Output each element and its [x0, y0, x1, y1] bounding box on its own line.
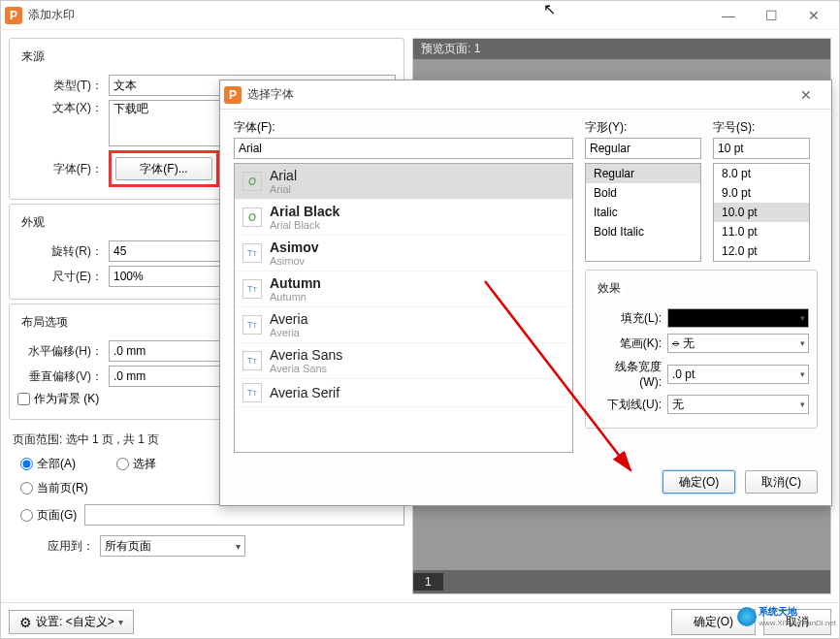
- preview-header: 预览页面: 1: [413, 39, 830, 59]
- dialog-cancel-button[interactable]: 取消(C): [745, 470, 818, 494]
- main-title: 添加水印: [28, 7, 707, 23]
- style-item[interactable]: Bold Italic: [586, 222, 700, 241]
- dialog-title: 选择字体: [247, 86, 785, 103]
- radio-pages[interactable]: [20, 509, 33, 522]
- size-item[interactable]: 10.0 pt: [714, 203, 809, 222]
- gear-icon: ⚙: [19, 615, 32, 630]
- dialog-close-button[interactable]: ✕: [785, 80, 827, 110]
- dialog-ok-button[interactable]: 确定(O): [662, 470, 735, 494]
- font-label: 字体(F)：: [17, 161, 103, 177]
- font-button[interactable]: 字体(F)...: [115, 157, 212, 180]
- size-item[interactable]: 8.0 pt: [714, 164, 809, 183]
- pages-input[interactable]: [84, 504, 404, 526]
- font-item[interactable]: OArial BlackArial Black: [235, 200, 572, 236]
- radio-select[interactable]: [116, 458, 129, 470]
- size-item[interactable]: 12.0 pt: [714, 241, 809, 261]
- watermark-logo: 系统天地 www.XiTongTianDi.net: [737, 605, 836, 627]
- font-item[interactable]: TTAveria Serif: [235, 379, 572, 407]
- page-number[interactable]: 1: [413, 573, 443, 591]
- main-titlebar: P 添加水印 — ☐ ✕: [1, 1, 839, 30]
- size-input[interactable]: [713, 138, 810, 159]
- app-icon: P: [5, 7, 22, 24]
- as-background-checkbox[interactable]: [17, 393, 30, 405]
- size-item[interactable]: 11.0 pt: [714, 222, 809, 241]
- globe-icon: [737, 607, 757, 626]
- size-item[interactable]: 9.0 pt: [714, 183, 809, 203]
- font-item[interactable]: OArialArial: [235, 164, 572, 200]
- font-item[interactable]: TTAveria SansAveria Sans: [235, 343, 572, 379]
- font-list[interactable]: OArialArialOArial BlackArial BlackTTAsim…: [234, 163, 573, 453]
- underline-select[interactable]: 无: [667, 395, 809, 414]
- style-item[interactable]: Italic: [586, 203, 700, 222]
- type-label: 类型(T)：: [17, 78, 103, 94]
- font-item[interactable]: TTAveriaAveria: [235, 307, 572, 343]
- bottom-bar: ⚙ 设置: <自定义> ▾ 确定(O) 取消: [1, 602, 839, 639]
- font-item[interactable]: TTAutumnAutumn: [235, 272, 572, 307]
- fill-color[interactable]: [667, 308, 809, 328]
- font-item[interactable]: TTAsimovAsimov: [235, 236, 572, 272]
- settings-button[interactable]: ⚙ 设置: <自定义> ▾: [9, 610, 134, 634]
- stroke-select[interactable]: ○无: [667, 334, 809, 353]
- minimize-button[interactable]: —: [707, 1, 750, 30]
- font-dialog: P 选择字体 ✕ 字体(F): OArialArialOArial BlackA…: [219, 80, 832, 506]
- effects-group: 效果 填充(L): 笔画(K): ○无 线条宽度(W): .0 pt 下划线(U…: [585, 270, 818, 429]
- linewidth-input[interactable]: .0 pt: [667, 365, 809, 384]
- radio-current[interactable]: [20, 482, 33, 495]
- style-input[interactable]: [585, 138, 701, 159]
- radio-all[interactable]: [20, 458, 33, 470]
- maximize-button[interactable]: ☐: [750, 1, 792, 30]
- size-list[interactable]: 8.0 pt9.0 pt10.0 pt11.0 pt12.0 pt: [713, 163, 810, 262]
- font-button-highlight: 字体(F)...: [109, 150, 219, 187]
- font-name-input[interactable]: [234, 138, 573, 159]
- style-item[interactable]: Regular: [586, 164, 700, 183]
- text-label: 文本(X)：: [17, 100, 103, 116]
- style-item[interactable]: Bold: [586, 183, 700, 203]
- apply-combo[interactable]: 所有页面: [100, 535, 245, 557]
- page-indicator: 1: [413, 570, 830, 593]
- close-button[interactable]: ✕: [792, 1, 835, 30]
- style-list[interactable]: RegularBoldItalicBold Italic: [585, 163, 701, 262]
- dialog-app-icon: P: [224, 86, 242, 104]
